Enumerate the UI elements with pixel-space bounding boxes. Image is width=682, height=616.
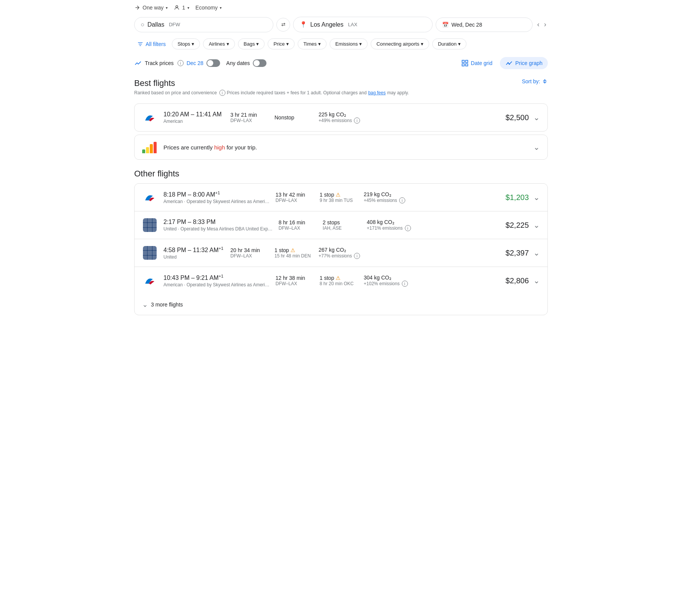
track-prices-icon [134, 59, 142, 67]
connecting-airports-chevron: ▾ [421, 41, 423, 47]
duration-filter[interactable]: Duration ▾ [432, 38, 466, 49]
cabin-class-selector[interactable]: Economy ▾ [195, 5, 222, 11]
date-next-button[interactable]: › [542, 19, 548, 30]
best-flights-info-icon[interactable]: i [219, 90, 225, 96]
view-options: Date grid Price graph [461, 57, 548, 69]
track-prices-toggle[interactable] [206, 59, 220, 67]
flight-times: 10:43 PM – 9:21 AM+1 American · Operated… [163, 274, 270, 287]
price-alert-rest: for your trip. [227, 144, 257, 151]
date-prev-button[interactable]: ‹ [536, 19, 541, 30]
flight-row[interactable]: 2:17 PM – 8:33 PM United · Operated by M… [135, 211, 547, 239]
emissions-info-icon[interactable]: i [405, 225, 411, 231]
departure-arrival-time: 10:43 PM – 9:21 AM+1 [163, 274, 270, 281]
price-graph-button[interactable]: Price graph [500, 57, 548, 69]
destination-city: Los Angeles [310, 21, 343, 28]
more-flights-row[interactable]: ⌄ 3 more flights [135, 294, 547, 315]
flight-duration: 3 hr 21 min DFW–LAX [230, 112, 268, 123]
flight-row[interactable]: 10:20 AM – 11:41 AM American 3 hr 21 min… [135, 104, 547, 131]
flight-row[interactable]: 4:58 PM – 11:32 AM+1 United 20 hr 34 min… [135, 239, 547, 267]
emissions-pct: +77% emissions i [319, 253, 372, 259]
airline-name: United · Operated by Mesa Airlines DBA U… [163, 226, 273, 232]
stop-detail: 9 hr 38 min TUS [320, 198, 358, 203]
emissions-info-icon[interactable]: i [399, 197, 405, 203]
stops-value: Nonstop [274, 114, 312, 121]
subtitle-text: Ranked based on price and convenience [134, 90, 217, 95]
duration-value: 13 hr 42 min [276, 192, 314, 198]
any-dates-toggle[interactable] [253, 59, 266, 67]
track-prices-info-icon[interactable]: i [178, 60, 184, 66]
co2-value: 304 kg CO₂ [364, 275, 417, 281]
price-value: $1,203 [506, 193, 529, 202]
airline-logo-container [142, 190, 157, 205]
emissions-filter[interactable]: Emissions ▾ [330, 38, 368, 49]
flight-emissions: 219 kg CO₂ +45% emissions i [364, 191, 417, 203]
co2-value: 219 kg CO₂ [364, 191, 417, 197]
warning-icon: ⚠ [336, 275, 341, 281]
emissions-info-icon[interactable]: i [402, 281, 408, 287]
expand-icon[interactable]: ⌄ [533, 193, 540, 202]
emissions-pct: +49% emissions i [319, 117, 372, 124]
bags-chevron: ▾ [256, 41, 259, 47]
airline-name: American · Operated by Skywest Airlines … [163, 199, 270, 204]
co2-value: 225 kg CO₂ [319, 111, 372, 117]
emissions-pct: +171% emissions i [367, 225, 420, 231]
track-prices-date-link[interactable]: Dec 28 [187, 60, 203, 66]
expand-icon[interactable]: ⌄ [533, 113, 540, 122]
svg-point-1 [176, 6, 178, 8]
price-filter[interactable]: Price ▾ [268, 38, 295, 49]
expand-icon[interactable]: ⌄ [533, 248, 540, 257]
emissions-info-icon[interactable]: i [354, 117, 360, 124]
date-picker[interactable]: 📅 Wed, Dec 28 [436, 17, 533, 32]
emissions-info-icon[interactable]: i [354, 253, 360, 259]
destination-search-box[interactable]: 📍 Los Angeles LAX [293, 17, 432, 32]
swap-button[interactable]: ⇄ [276, 18, 290, 32]
airlines-filter[interactable]: Airlines ▾ [203, 38, 235, 49]
flight-stops: 1 stop ⚠ 9 hr 38 min TUS [320, 192, 358, 203]
flight-row[interactable]: 8:18 PM – 8:00 AM+1 American · Operated … [135, 184, 547, 211]
flight-duration: 8 hr 16 min DFW–LAX [279, 219, 317, 231]
price-alert-card: Prices are currently high for your trip.… [134, 135, 548, 160]
origin-search-box[interactable]: ○ Dallas DFW [134, 17, 273, 32]
flight-price: $2,397 ⌄ [506, 248, 540, 257]
trip-type-chevron: ▾ [166, 6, 168, 10]
origin-icon: ○ [141, 21, 144, 28]
expand-icon[interactable]: ⌄ [533, 221, 540, 230]
any-dates-section: Any dates [226, 59, 266, 67]
duration-value: 12 hr 38 min [276, 275, 314, 281]
stops-filter[interactable]: Stops ▾ [172, 38, 200, 49]
connecting-airports-filter[interactable]: Connecting airports ▾ [371, 38, 429, 49]
date-grid-button[interactable]: Date grid [461, 59, 493, 67]
sort-by-button[interactable]: Sort by: [522, 78, 548, 84]
flight-emissions: 408 kg CO₂ +171% emissions i [367, 219, 420, 231]
calendar-icon: 📅 [442, 22, 449, 28]
price-value: $2,225 [506, 221, 529, 230]
co2-value: 408 kg CO₂ [367, 219, 420, 225]
expand-icon[interactable]: ⌄ [533, 276, 540, 285]
times-filter[interactable]: Times ▾ [298, 38, 327, 49]
airlines-chevron: ▾ [227, 41, 229, 47]
trip-type-label: One way [143, 5, 163, 11]
bags-filter[interactable]: Bags ▾ [238, 38, 265, 49]
destination-icon: 📍 [300, 21, 307, 28]
departure-arrival-time: 10:20 AM – 11:41 AM [163, 111, 224, 118]
track-prices-label: Track prices [145, 60, 174, 66]
flight-stops: 1 stop ⚠ 8 hr 20 min OKC [320, 275, 358, 286]
airline-logo [142, 110, 157, 125]
sort-icon [542, 78, 548, 84]
all-filters-button[interactable]: All filters [134, 39, 169, 49]
airline-logo [142, 190, 157, 205]
passengers-selector[interactable]: 1 ▾ [174, 5, 189, 11]
date-nav: ‹ › [536, 19, 548, 30]
price-alert-expand-icon[interactable]: ⌄ [533, 143, 540, 152]
other-flight-row: 10:43 PM – 9:21 AM+1 American · Operated… [135, 267, 547, 294]
price-alert-row[interactable]: Prices are currently high for your trip.… [135, 135, 547, 159]
flight-times: 10:20 AM – 11:41 AM American [163, 111, 224, 124]
all-filters-label: All filters [146, 41, 166, 47]
filter-row: All filters Stops ▾ Airlines ▾ Bags ▾ Pr… [134, 38, 548, 49]
bag-fees-link[interactable]: bag fees [368, 90, 385, 95]
cabin-class-chevron: ▾ [220, 6, 222, 10]
flight-row[interactable]: 10:43 PM – 9:21 AM+1 American · Operated… [135, 267, 547, 294]
other-flights-title: Other flights [134, 169, 548, 179]
more-flights-label: 3 more flights [151, 302, 183, 308]
trip-type-selector[interactable]: One way ▾ [134, 5, 168, 11]
